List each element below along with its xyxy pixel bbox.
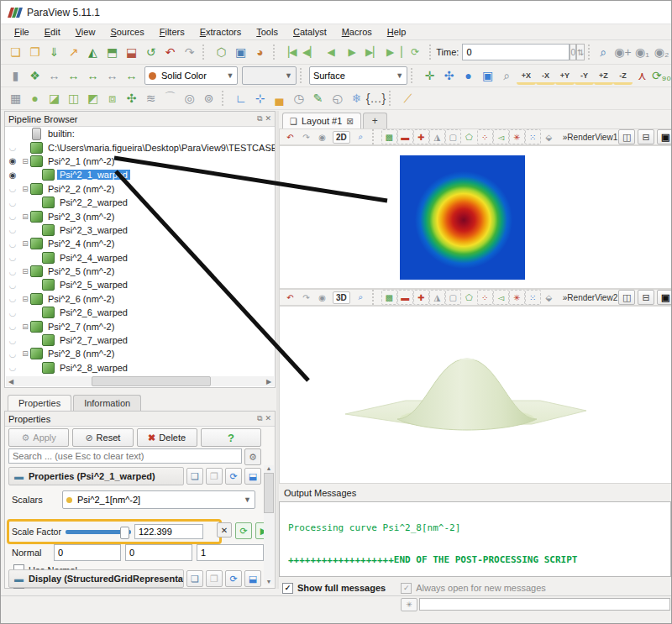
scroll-down-icon[interactable]: ▼ (266, 579, 272, 585)
pipeline-item[interactable]: ◡⊟Psi^2_6 (nm^-2) (5, 292, 275, 306)
pipeline-item[interactable]: ◡⊟Psi^2_7 (nm^-2) (5, 319, 275, 333)
select-polygon-cells-icon[interactable]: ▢ (445, 129, 461, 144)
pipeline-item[interactable]: ◡⊟Psi^2_3 (nm^-2) (5, 209, 275, 223)
zoom-to-selection-icon[interactable]: ⌕ (497, 66, 517, 85)
visibility-eye-icon[interactable]: ◡ (5, 363, 20, 372)
renderview1-canvas[interactable] (279, 145, 672, 289)
apply-button[interactable]: ⚙Apply (8, 428, 69, 447)
camera-undo-icon[interactable]: ↶ (282, 290, 298, 305)
connect-server-icon[interactable]: ⬒ (102, 43, 122, 61)
pipeline-item-label[interactable]: C:\Users\maria.figueira\Desktop\ParaView… (45, 143, 275, 153)
scalars-combobox[interactable]: Psi^2_1[nm^-2] ▼ (62, 490, 255, 509)
extract-subset-icon[interactable]: ⧈ (102, 89, 122, 107)
first-frame-icon[interactable]: ▕◀ (279, 43, 300, 61)
view-minus-y-icon[interactable]: -Y (575, 66, 594, 85)
pipeline-item[interactable]: ◡Psi^2_7_warped (5, 333, 275, 347)
rescale-visible-range-icon[interactable]: ↔ (102, 66, 122, 85)
pipeline-item[interactable]: ◡⊟Psi^2_2 (nm^-2) (5, 182, 275, 196)
properties-section-header[interactable]: ▬Properties (Psi^2_1_warped) (8, 467, 184, 485)
hover-points-tooltip-icon[interactable]: ⁙ (525, 290, 541, 305)
camera-redo-icon[interactable]: ↷ (298, 129, 314, 144)
menu-catalyst[interactable]: Catalyst (286, 25, 333, 39)
visibility-eye-icon[interactable]: ◡ (5, 253, 20, 262)
select-points-on-surface-icon[interactable]: ▬ (397, 129, 413, 144)
pipeline-item-label[interactable]: Psi^2_2_warped (57, 197, 130, 207)
pipeline-item[interactable]: ◉⊟Psi^2_1 (nm^-2) (5, 155, 275, 168)
gear-icon[interactable]: ⚙ (244, 448, 261, 465)
zoom-camera-icon[interactable]: ⌕ (594, 43, 613, 61)
expand-collapse-icon[interactable]: ⊟ (20, 239, 30, 248)
auto-apply-icon[interactable]: ⬡ (212, 43, 231, 61)
color-by-combobox[interactable]: Solid Color ▼ (144, 66, 238, 85)
save-file-icon[interactable]: ❐ (25, 43, 45, 61)
reset-camera-icon[interactable]: ✛ (420, 66, 439, 85)
menu-file[interactable]: File (8, 25, 36, 39)
component-combobox[interactable]: ▼ (242, 66, 297, 85)
color-palette-icon[interactable]: ◕ (250, 43, 270, 61)
pipeline-item[interactable]: ◡C:\Users\maria.figueira\Desktop\ParaVie… (5, 140, 275, 154)
show-full-messages-checkbox[interactable]: ✓ Show full messages (282, 583, 386, 594)
visibility-eye-icon[interactable]: ◡ (5, 267, 20, 276)
renderview2-canvas[interactable] (279, 306, 672, 484)
visibility-eye-icon[interactable]: ◡ (5, 225, 20, 234)
pipeline-item[interactable]: ◡⊟Psi^2_4 (nm^-2) (5, 237, 275, 250)
paraview-source-icon[interactable]: ◭ (83, 43, 102, 61)
maximize-view-button[interactable]: ▣ (657, 290, 672, 305)
loop-icon[interactable]: ⟳ (405, 43, 426, 61)
play-icon[interactable]: ▶ (342, 43, 363, 61)
plot-data-icon[interactable]: ✎ (308, 89, 328, 107)
camera-mode-3d-button[interactable]: 3D (333, 291, 350, 304)
select-cells-on-surface-icon[interactable]: ▩ (381, 129, 397, 144)
capture-screenshot-icon[interactable]: ◉ (314, 129, 330, 144)
menu-extractors[interactable]: Extractors (193, 25, 249, 39)
isometric-view-icon[interactable]: ⋏ (633, 66, 652, 85)
camera-redo-icon[interactable]: ↷ (298, 290, 314, 305)
split-horizontal-button[interactable]: ◫ (618, 129, 635, 144)
calculator-icon[interactable]: ▦ (6, 89, 25, 107)
view-minus-z-icon[interactable]: -Z (613, 66, 633, 85)
pipeline-horizontal-scrollbar[interactable]: ◀ ▶ (6, 376, 274, 386)
view-plus-z-icon[interactable]: +Z (594, 66, 613, 85)
normal-y-input[interactable] (125, 544, 192, 561)
view-plus-y-icon[interactable]: +Y (555, 66, 575, 85)
camera-2-icon[interactable]: ◉₂ (652, 43, 671, 61)
pipeline-item-label[interactable]: Psi^2_6 (nm^-2) (45, 294, 117, 304)
visibility-eye-icon[interactable]: ◡ (5, 322, 20, 331)
close-icon[interactable]: ✕ (265, 414, 271, 423)
menu-view[interactable]: View (69, 25, 102, 39)
redo-icon[interactable]: ↷ (180, 43, 199, 61)
help-button[interactable]: ? (201, 428, 261, 447)
visibility-eye-icon[interactable]: ◡ (5, 143, 20, 152)
scale-factor-input[interactable] (134, 524, 203, 539)
paste-properties-icon[interactable]: ❐ (206, 468, 223, 485)
toggle-color-legend-icon[interactable]: ▮ (6, 66, 25, 85)
plot-data-over-time-icon[interactable]: ◷ (289, 89, 308, 107)
zoom-interactive-icon[interactable]: ⌕ (353, 290, 369, 305)
save-display-icon[interactable]: ⬓ (244, 570, 261, 587)
scrollbar-thumb[interactable] (264, 473, 274, 513)
threshold-icon[interactable]: ◩ (83, 89, 102, 107)
pipeline-item-label[interactable]: Psi^2_7 (nm^-2) (45, 322, 117, 332)
undo-icon[interactable]: ↶ (160, 43, 180, 61)
edit-color-map-icon[interactable]: ❖ (25, 66, 45, 85)
pipeline-item-label[interactable]: Psi^2_4_warped (57, 253, 130, 263)
glyph-icon[interactable]: ✣ (122, 89, 141, 107)
visibility-eye-icon[interactable]: ◡ (5, 308, 20, 317)
rescale-custom-range-icon[interactable]: ↔ (45, 66, 64, 85)
scroll-up-icon[interactable]: ▲ (266, 465, 272, 471)
pipeline-item[interactable]: ◡Psi^2_3_warped (5, 223, 275, 237)
interactive-select-cells-icon[interactable]: ◅ (493, 290, 509, 305)
view-plus-x-icon[interactable]: +X (517, 66, 536, 85)
display-section-header[interactable]: ▬Display (StructuredGridRepresentatio (8, 569, 184, 588)
reset-display-icon[interactable]: ⟳ (225, 570, 242, 587)
select-polygon-points-icon[interactable]: ⬠ (461, 290, 477, 305)
tab-properties[interactable]: Properties (8, 395, 71, 411)
checkbox-checked-icon[interactable]: ✓ (401, 583, 412, 594)
scale-factor-slider[interactable] (66, 526, 131, 537)
visibility-eye-icon[interactable]: ◡ (5, 336, 20, 345)
pipeline-item-label[interactable]: Psi^2_7_warped (57, 335, 130, 345)
pipeline-item[interactable]: ◉Psi^2_1_warped (5, 168, 275, 181)
camera-1-icon[interactable]: ◉₁ (633, 43, 652, 61)
zoom-to-box-icon[interactable]: ▣ (478, 66, 497, 85)
probe-location-icon[interactable]: ⊹ (250, 89, 270, 107)
